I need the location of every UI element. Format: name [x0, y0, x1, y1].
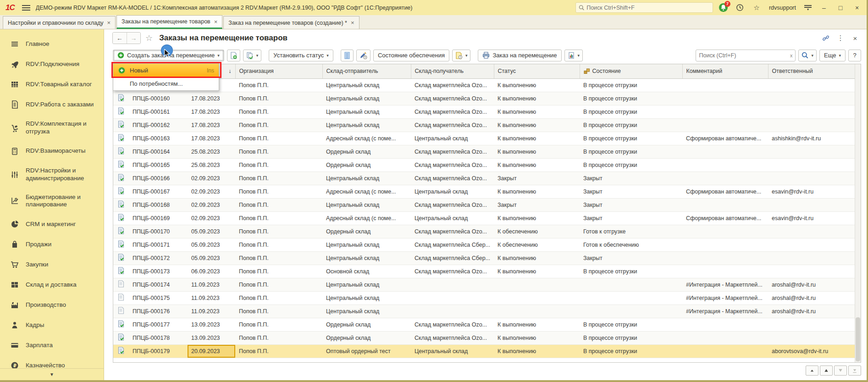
cell-date[interactable]: 11.09.2023 — [188, 291, 235, 304]
cell-status[interactable]: К выполнению — [494, 105, 580, 118]
table-row-ППЦБ-000171[interactable]: ППЦБ-00017105.09.2023Попов П.П.Центральн… — [113, 238, 857, 251]
cell-resp[interactable] — [768, 331, 857, 344]
cell-status[interactable]: К выполнению — [494, 158, 580, 172]
global-search[interactable] — [575, 2, 713, 13]
more-menu-button[interactable]: ⋮ — [835, 33, 846, 44]
table-row-ППЦБ-000172[interactable]: ППЦБ-00017205.09.2023Попов П.П.Центральн… — [113, 251, 857, 265]
cell-date[interactable]: 25.08.2023 — [188, 158, 235, 172]
cell-from[interactable]: Центральный склад — [322, 238, 411, 251]
cell-number[interactable]: ППЦБ-000169 — [129, 211, 188, 225]
col-header-state[interactable]: Состояние — [580, 64, 682, 78]
print-order-button[interactable]: Заказ на перемещение — [478, 50, 561, 61]
cell-from[interactable]: Центральный склад — [322, 278, 411, 291]
cell-status[interactable]: К выполнению — [494, 78, 580, 92]
go-down-button[interactable] — [834, 365, 847, 376]
cell-org[interactable]: Попов П.П. — [235, 304, 322, 318]
cell-date[interactable]: 17.08.2023 — [188, 132, 235, 145]
table-row-ППЦБ-000166[interactable]: ППЦБ-00016602.09.2023Попов П.П.Центральн… — [113, 172, 857, 185]
cell-resp[interactable]: ashishkin@rdv-it.ru — [768, 132, 857, 145]
cell-status[interactable]: Закрыт — [494, 172, 580, 185]
tab-close-icon[interactable]: × — [351, 19, 354, 26]
cell-resp[interactable] — [768, 198, 857, 211]
cell-org[interactable]: Попов П.П. — [235, 118, 322, 132]
cell-state[interactable]: В процессе отгрузки — [580, 158, 682, 172]
cell-date[interactable]: 17.08.2023 — [188, 105, 235, 118]
cell-state[interactable]: В процессе отгрузки — [580, 265, 682, 278]
reports-button[interactable]: ▾ — [564, 50, 583, 61]
cell-resp[interactable] — [768, 251, 857, 265]
cell-resp[interactable] — [768, 172, 857, 185]
cell-comment[interactable] — [682, 238, 768, 251]
cell-comment[interactable] — [682, 318, 768, 331]
sidebar-item-grid2[interactable]: Склад и доставка — [0, 275, 104, 295]
close-tab-button[interactable]: × — [849, 33, 861, 44]
cell-from[interactable]: Адресный склад (с поме... — [322, 185, 411, 198]
cell-state[interactable]: Готов к обеспечению — [580, 238, 682, 251]
tab-close-icon[interactable]: × — [214, 18, 218, 25]
cell-date[interactable]: 02.09.2023 — [188, 185, 235, 198]
cell-status[interactable]: К выполнению — [494, 318, 580, 331]
cell-resp[interactable] — [768, 105, 857, 118]
cell-state[interactable]: Закрыт — [580, 198, 682, 211]
cell-to[interactable]: Центральный склад — [411, 185, 494, 198]
table-row-ППЦБ-000167[interactable]: ППЦБ-00016702.09.2023Попов П.П.Адресный … — [113, 185, 857, 198]
cell-resp[interactable] — [768, 265, 857, 278]
cell-org[interactable]: Попов П.П. — [235, 185, 322, 198]
favorites-button[interactable]: ☆ — [751, 2, 763, 13]
help-button[interactable]: ? — [848, 50, 861, 61]
cell-number[interactable]: ППЦБ-000174 — [129, 278, 188, 291]
cell-number[interactable]: ППЦБ-000175 — [129, 291, 188, 304]
cell-to[interactable] — [411, 304, 494, 318]
cell-comment[interactable] — [682, 118, 768, 132]
provision-state-button[interactable]: Состояние обеспечения — [373, 50, 449, 61]
cell-from[interactable]: Ордерный склад — [322, 318, 411, 331]
cell-comment[interactable] — [682, 198, 768, 211]
sidebar-item-grid[interactable]: RDV:Товарный каталог — [0, 74, 104, 94]
cell-org[interactable]: Попов П.П. — [235, 92, 322, 105]
cell-resp[interactable] — [768, 118, 857, 132]
cell-icon[interactable] — [113, 145, 129, 158]
cell-number[interactable]: ППЦБ-000166 — [129, 172, 188, 185]
list-settings-button[interactable] — [341, 50, 354, 61]
table-row-ППЦБ-000165[interactable]: ППЦБ-00016525.08.2023Попов П.П.Ордерный … — [113, 158, 857, 172]
tab-2[interactable]: Заказы на перемещение товаров × — [116, 15, 222, 29]
cell-status[interactable] — [494, 278, 580, 291]
table-row-ППЦБ-000178[interactable]: ППЦБ-00017813.09.2023Попов П.П.Ордерный … — [113, 331, 857, 344]
set-status-button[interactable]: Установить статус ▾ — [269, 50, 333, 61]
table-row-row-1[interactable]: Попов П.П.Центральный складСклад маркетп… — [113, 78, 857, 92]
sidebar-item-doc[interactable]: RDV:Работа с заказами — [0, 94, 104, 115]
col-header-from[interactable]: Склад-отправитель — [322, 64, 411, 78]
cell-to[interactable]: Центральный склад — [411, 344, 494, 358]
service-menu-button[interactable]: ▾ — [802, 3, 813, 12]
cell-to[interactable] — [411, 291, 494, 304]
cell-number[interactable]: ППЦБ-000165 — [129, 158, 188, 172]
cell-date[interactable]: 20.09.2023 — [188, 344, 235, 358]
cell-comment[interactable] — [682, 251, 768, 265]
cell-org[interactable]: Попов П.П. — [235, 132, 322, 145]
cell-to[interactable]: Склад маркетплейса Ozo... — [411, 225, 494, 238]
cell-icon[interactable] — [113, 318, 129, 331]
cell-comment[interactable] — [682, 225, 768, 238]
cell-number[interactable]: ППЦБ-000177 — [129, 318, 188, 331]
col-header-resp[interactable]: Ответственный — [768, 64, 857, 78]
cell-number[interactable]: ППЦБ-000170 — [129, 225, 188, 238]
table-row-ППЦБ-000174[interactable]: ППЦБ-00017411.09.2023Попов П.П.Центральн… — [113, 278, 857, 291]
sidebar-item-plan[interactable]: ₽ Бюджетирование и планирование — [0, 188, 104, 215]
advanced-search-button[interactable]: ▾ — [798, 50, 817, 61]
cell-org[interactable]: Попов П.П. — [235, 238, 322, 251]
cell-number[interactable]: ППЦБ-000162 — [129, 118, 188, 132]
cell-to[interactable]: Склад маркетплейса Ozo... — [411, 158, 494, 172]
edit-schedule-button[interactable] — [356, 50, 370, 61]
cell-from[interactable]: Центральный склад — [322, 251, 411, 265]
cell-resp[interactable]: aroshal@rdv-it.ru — [768, 304, 857, 318]
cell-comment[interactable]: #Интеграция - Маркетплей... — [682, 304, 768, 318]
cell-state[interactable]: Закрыт — [580, 211, 682, 225]
sidebar-item-calc[interactable]: RDV:Взаиморасчеты — [0, 141, 104, 161]
cell-comment[interactable] — [682, 331, 768, 344]
col-header-org[interactable]: Организация — [235, 64, 322, 78]
cell-state[interactable]: В процессе отгрузки — [580, 78, 682, 92]
cell-icon[interactable] — [113, 304, 129, 318]
cell-org[interactable]: Попов П.П. — [235, 344, 322, 358]
sidebar-item-card[interactable]: Зарплата — [0, 335, 104, 355]
cell-from[interactable]: Ордерный склад — [322, 225, 411, 238]
